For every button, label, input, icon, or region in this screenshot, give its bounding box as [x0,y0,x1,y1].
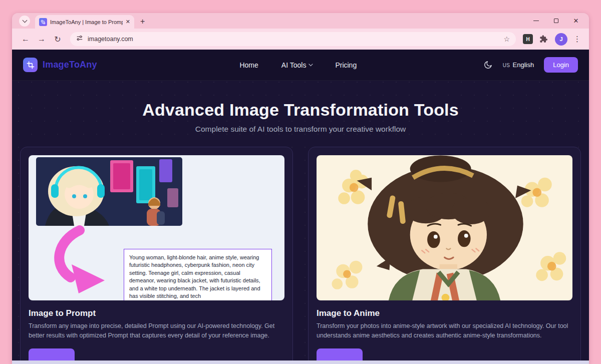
maximize-icon [554,19,558,23]
nav-home[interactable]: Home [239,61,258,69]
bookmark-star-icon[interactable]: ☆ [503,35,510,43]
main-nav: Home AI Tools Pricing [239,61,357,69]
window-controls: ✕ [526,15,589,28]
tab-close-icon[interactable]: ✕ [126,19,130,25]
site-favicon-icon [39,18,47,26]
minimize-button[interactable] [526,15,546,28]
brand-crop-icon [23,58,38,72]
active-tab[interactable]: ImageToAny | Image to Prompt ✕ [35,15,134,29]
tool-cards: Young woman, light-blonde hair, anime st… [12,134,589,364]
hero-subtitle: Complete suite of AI tools to transform … [12,125,589,134]
prompt-demo-panel: Young woman, light-blonde hair, anime st… [29,155,284,300]
language-region: US [503,63,510,68]
page-content: ImageToAny Home AI Tools Pricing US [12,50,589,364]
maximize-button[interactable] [546,15,566,28]
extension-h-icon[interactable]: H [523,34,533,44]
card-title: Image to Anime [317,308,572,318]
chevron-down-icon [22,18,27,23]
address-bar[interactable]: imagetoany.com ☆ [70,32,516,46]
cyberpunk-photo [36,157,182,226]
login-button[interactable]: Login [544,57,578,73]
url-text: imagetoany.com [88,36,133,43]
tab-title: ImageToAny | Image to Prompt [50,19,123,25]
desktop: ImageToAny | Image to Prompt ✕ + ✕ ← → ↻… [0,0,601,364]
card-title: Image to Prompt [29,308,284,318]
language-selector[interactable]: US English [503,61,534,69]
nav-pricing[interactable]: Pricing [335,61,357,69]
extensions-puzzle-icon[interactable] [536,32,551,47]
nav-ai-tools[interactable]: AI Tools [281,61,313,69]
nav-ai-tools-label: AI Tools [281,61,307,69]
brand[interactable]: ImageToAny [23,58,97,72]
forward-button[interactable]: → [34,32,49,47]
tab-strip: ImageToAny | Image to Prompt ✕ + ✕ [12,13,589,29]
hero-section: Advanced Image Transformation Tools Comp… [12,81,589,134]
back-button[interactable]: ← [18,32,33,47]
anime-illustration [317,155,572,300]
card-image-to-prompt[interactable]: Young woman, light-blonde hair, anime st… [20,147,293,364]
site-settings-icon[interactable] [76,35,83,44]
card-description: Transform your photos into anime-style a… [317,321,572,340]
card-description: Transform any image into precise, detail… [29,321,284,340]
site-header: ImageToAny Home AI Tools Pricing US [12,50,589,81]
pink-arrow-icon [44,225,124,300]
header-right: US English Login [483,57,578,73]
minimize-icon [533,21,539,22]
chevron-down-icon [309,62,313,66]
brand-name: ImageToAny [43,60,97,70]
close-window-button[interactable]: ✕ [566,15,586,28]
browser-menu-icon[interactable]: ⋮ [571,35,583,44]
window-bottom-edge [12,360,589,364]
profile-avatar[interactable]: J [555,33,567,46]
generated-prompt-text: Young woman, light-blonde hair, anime st… [124,249,272,300]
browser-window: ImageToAny | Image to Prompt ✕ + ✕ ← → ↻… [12,13,589,364]
language-name: English [513,61,534,69]
card-image-to-anime[interactable]: Image to Anime Transform your photos int… [308,147,581,364]
new-tab-button[interactable]: + [140,18,145,26]
tab-search-button[interactable] [19,16,30,27]
reload-button[interactable]: ↻ [50,32,65,47]
browser-toolbar: ← → ↻ imagetoany.com ☆ H J ⋮ [12,29,589,50]
theme-toggle-moon-icon[interactable] [483,60,493,70]
hero-title: Advanced Image Transformation Tools [12,99,589,121]
